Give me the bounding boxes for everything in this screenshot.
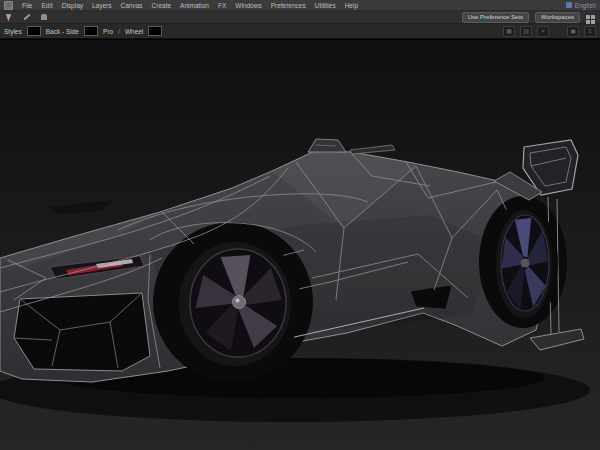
language-icon: [566, 2, 572, 8]
language-badge[interactable]: English: [566, 2, 596, 9]
front-wheel: [165, 231, 301, 379]
pan-tool-icon[interactable]: [38, 13, 49, 22]
rear-hub: [521, 259, 530, 268]
menu-file[interactable]: File: [22, 2, 32, 9]
field-separator: /: [118, 28, 120, 35]
menu-create[interactable]: Create: [152, 2, 172, 9]
close-view-icon[interactable]: ×: [537, 26, 549, 37]
use-preference-sets-button[interactable]: Use Preference Sets: [462, 12, 529, 23]
quick-access-toolbar: Use Preference Sets Workspaces: [0, 11, 600, 24]
viewport-3d-model: [0, 40, 600, 450]
pro-field-label: Pro: [103, 28, 113, 35]
menu-help[interactable]: Help: [345, 2, 358, 9]
back-side-dropdown[interactable]: [84, 26, 98, 36]
context-toolbar: Styles Back - Side Pro / Wheel ▦ ▥ × ▣ ≡: [0, 24, 600, 39]
language-label: English: [575, 2, 596, 9]
menu-edit[interactable]: Edit: [41, 2, 52, 9]
workspaces-button[interactable]: Workspaces: [535, 12, 580, 23]
select-tool-icon[interactable]: [4, 13, 15, 22]
viewport-3d[interactable]: [0, 40, 600, 450]
menu-windows[interactable]: Windows: [235, 2, 261, 9]
menu-display[interactable]: Display: [62, 2, 83, 9]
layout-grid-icon[interactable]: ▦: [503, 26, 515, 37]
menu-animation[interactable]: Animation: [180, 2, 209, 9]
menu-fx[interactable]: FX: [218, 2, 226, 9]
workspace-grid-icon[interactable]: [586, 15, 590, 19]
options-icon[interactable]: ≡: [584, 26, 596, 37]
split-view-icon[interactable]: ▥: [520, 26, 532, 37]
menu-canvas[interactable]: Canvas: [121, 2, 143, 9]
rear-wheel: [488, 202, 558, 326]
styles-field-label: Styles: [4, 28, 22, 35]
styles-dropdown[interactable]: [27, 26, 41, 36]
front-hub: [233, 296, 246, 309]
menu-utilities[interactable]: Utilities: [315, 2, 336, 9]
menu-bar: File Edit Display Layers Canvas Create A…: [0, 0, 600, 11]
wheel-dropdown[interactable]: [148, 26, 162, 36]
back-side-field-label: Back - Side: [46, 28, 79, 35]
menu-preferences[interactable]: Preferences: [271, 2, 306, 9]
snap-icon[interactable]: ▣: [567, 26, 579, 37]
application-window: File Edit Display Layers Canvas Create A…: [0, 0, 600, 450]
wheel-field-label: Wheel: [125, 28, 143, 35]
pencil-tool-icon[interactable]: [21, 13, 32, 22]
menu-layers[interactable]: Layers: [92, 2, 112, 9]
front-hub-glint: [236, 299, 240, 303]
app-logo-icon: [4, 1, 13, 10]
